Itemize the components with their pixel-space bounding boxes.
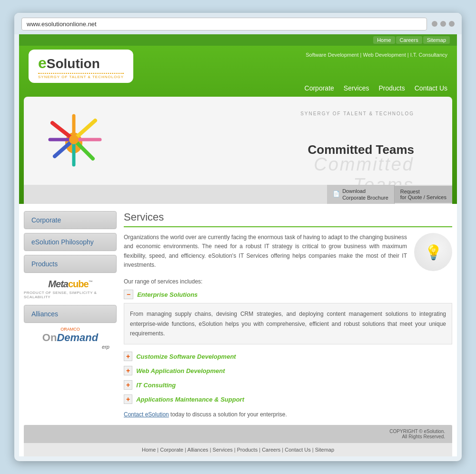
ondemand-logo-area: oramco OnDemand erp <box>24 327 117 350</box>
browser-dots <box>432 21 455 27</box>
hero-synergy-text: SYNERGY OF TALENT & TECHNOLOG <box>300 111 414 116</box>
demand-label: Demand <box>57 332 98 343</box>
service-item-0: + Customize Software Development <box>124 352 452 361</box>
services-content: Services Organizations the world over ar… <box>124 211 452 418</box>
nav-contact[interactable]: Contact Us <box>415 84 447 92</box>
copyright-text: COPYRIGHT © eSolution.All Rights Reserve… <box>389 429 445 439</box>
footer-link-alliances[interactable]: Alliances <box>188 447 208 453</box>
expand-webapp-button[interactable]: + <box>124 366 132 375</box>
metacube-logo-area: Metacube™ PRODUCT OF SENSE, SIMPLICITY &… <box>24 279 117 299</box>
sidebar-item-alliances[interactable]: Alliances <box>24 305 117 323</box>
sidebar: Corporate eSolution Philosophy Products … <box>24 211 117 418</box>
nav-services[interactable]: Services <box>344 84 369 92</box>
download-brochure-button[interactable]: 📄 DownloadCorporate Brochure <box>327 185 395 204</box>
contact-suffix: today to discuss a solution for your ent… <box>170 411 287 418</box>
starburst-icon <box>43 109 105 171</box>
service-item-1: + Web Application Development <box>124 366 452 375</box>
nav-corporate[interactable]: Corporate <box>305 84 334 92</box>
expand-customize-button[interactable]: + <box>124 352 132 361</box>
expand-maintenance-button[interactable]: + <box>124 394 132 404</box>
metacube-meta: Meta <box>48 279 68 289</box>
dot-1 <box>432 21 437 27</box>
metacube-tm: ™ <box>89 280 92 285</box>
copyright-bar: COPYRIGHT © eSolution.All Rights Reserve… <box>24 425 452 443</box>
expand-consulting-button[interactable]: + <box>124 380 132 390</box>
customize-software-title: Customize Software Development <box>136 353 236 360</box>
enterprise-title: Enterprise Solutions <box>137 291 198 298</box>
download-bar: 📄 DownloadCorporate Brochure Requestfor … <box>24 185 452 204</box>
contact-esolution-link[interactable]: Contact eSolution <box>124 411 169 418</box>
oramco-label: oramco <box>24 327 117 332</box>
hero-logo-image <box>43 109 105 172</box>
webapp-development-title: Web Application Development <box>136 367 225 374</box>
services-intro-text: Organizations the world over are current… <box>124 233 407 271</box>
footer-link-careers[interactable]: Careers <box>262 447 280 453</box>
service-item-2: + IT Consulting <box>124 380 452 390</box>
on-label: On <box>42 332 57 343</box>
top-nav: Home Careers Sitemap <box>19 34 457 46</box>
footer-link-sitemap[interactable]: Sitemap <box>315 447 334 453</box>
top-nav-careers[interactable]: Careers <box>396 36 422 44</box>
svg-point-9 <box>69 135 79 144</box>
sidebar-item-corporate[interactable]: Corporate <box>24 211 117 229</box>
hero-banner: SYNERGY OF TALENT & TECHNOLOG Committed … <box>24 97 452 185</box>
erp-label: erp <box>24 344 109 350</box>
collapse-enterprise-button[interactable]: − <box>124 290 133 299</box>
metacube-cube: cube <box>68 279 89 289</box>
logo-e: e <box>38 54 47 71</box>
dot-2 <box>440 21 446 27</box>
hero-text-area: SYNERGY OF TALENT & TECHNOLOG Committed … <box>300 111 414 181</box>
footer-link-contact[interactable]: Contact Us <box>285 447 310 453</box>
request-label: Requestfor Quote / Services <box>400 189 446 200</box>
hero-committed-shadow: Committed Teams <box>300 154 414 185</box>
maintenance-title: Applications Maintenance & Support <box>136 396 244 403</box>
enterprise-header: − Enterprise Solutions <box>124 290 452 299</box>
top-nav-sitemap[interactable]: Sitemap <box>423 36 450 44</box>
dot-3 <box>449 21 455 27</box>
it-consulting-title: IT Consulting <box>136 382 176 389</box>
contact-line: Contact eSolution today to discuss a sol… <box>124 411 452 418</box>
footer-link-home[interactable]: Home <box>142 447 156 453</box>
logo-tagline: SYNERGY OF TALENT & TECHNOLOGY <box>38 73 124 79</box>
service-item-3: + Applications Maintenance & Support <box>124 394 452 404</box>
enterprise-section: − Enterprise Solutions From managing sup… <box>124 290 452 344</box>
address-bar[interactable] <box>21 18 427 30</box>
lightbulb-hand-icon: 💡 <box>414 233 452 271</box>
nav-products[interactable]: Products <box>379 84 405 92</box>
download-label: DownloadCorporate Brochure <box>342 188 388 202</box>
ondemand-main: OnDemand <box>24 332 117 344</box>
browser-chrome <box>14 13 462 34</box>
logo-esolution: eSolution <box>38 54 124 72</box>
main-content: Corporate eSolution Philosophy Products … <box>19 204 457 425</box>
sidebar-item-products[interactable]: Products <box>24 255 117 273</box>
request-quote-button[interactable]: Requestfor Quote / Services <box>395 186 452 203</box>
logo-area: eSolution SYNERGY OF TALENT & TECHNOLOGY <box>29 50 133 83</box>
metacube-tagline: PRODUCT OF SENSE, SIMPLICITY & SCALABILI… <box>24 291 117 299</box>
services-intro-section: Organizations the world over are current… <box>124 233 452 271</box>
top-nav-home[interactable]: Home <box>373 36 395 44</box>
footer-link-services[interactable]: Services <box>213 447 233 453</box>
sidebar-item-philosophy[interactable]: eSolution Philosophy <box>24 233 117 251</box>
pdf-icon: 📄 <box>333 191 340 198</box>
footer-link-products[interactable]: Products <box>237 447 258 453</box>
header-links-line: Software Development | Web Development |… <box>306 52 447 58</box>
logo-solution: Solution <box>47 56 100 71</box>
header-right-links: Software Development | Web Development |… <box>306 50 447 58</box>
browser-window: Home Careers Sitemap eSolution SYNERGY O… <box>14 13 462 462</box>
website-content: Home Careers Sitemap eSolution SYNERGY O… <box>19 34 457 457</box>
metacube-logo: Metacube™ <box>48 279 92 290</box>
services-intro-image: 💡 <box>414 233 452 271</box>
footer-link-corporate[interactable]: Corporate <box>160 447 183 453</box>
enterprise-description: From managing supply chains, devising CR… <box>124 303 452 344</box>
services-title: Services <box>124 211 452 227</box>
range-text: Our range of services includes: <box>124 278 452 285</box>
header: eSolution SYNERGY OF TALENT & TECHNOLOGY… <box>19 46 457 204</box>
header-top: eSolution SYNERGY OF TALENT & TECHNOLOGY… <box>19 46 457 81</box>
footer-area: COPYRIGHT © eSolution.All Rights Reserve… <box>24 425 452 456</box>
footer-links: Home | Corporate | Alliances | Services … <box>24 443 452 456</box>
